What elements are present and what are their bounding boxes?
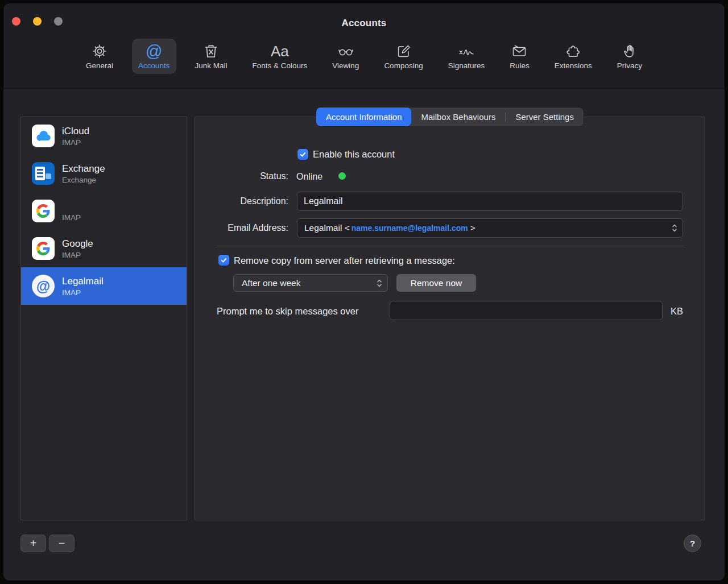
toolbar-label: Extensions bbox=[555, 61, 592, 70]
toolbar-item-general[interactable]: General bbox=[80, 39, 119, 74]
tab-server-settings[interactable]: Server Settings bbox=[506, 107, 584, 126]
description-label: Description: bbox=[195, 196, 288, 206]
toolbar-label: Rules bbox=[510, 61, 530, 70]
toolbar-label: General bbox=[86, 61, 113, 70]
junk-bin-icon bbox=[204, 42, 218, 60]
puzzle-icon bbox=[566, 42, 581, 60]
toolbar: General @ Accounts Junk Mail Aa Fonts & … bbox=[3, 39, 725, 74]
account-row-icloud[interactable]: iCloud IMAP bbox=[21, 117, 187, 155]
email-display-name: Legalmail < bbox=[304, 223, 350, 233]
toolbar-item-fonts-colours[interactable]: Aa Fonts & Colours bbox=[246, 39, 314, 74]
remove-now-button[interactable]: Remove now bbox=[396, 274, 476, 292]
glasses-icon bbox=[337, 42, 354, 60]
remove-copy-label: Remove copy from server after retrieving… bbox=[234, 255, 455, 266]
status-label: Status: bbox=[195, 171, 288, 181]
email-address-label: Email Address: bbox=[195, 223, 288, 233]
toolbar-label: Junk Mail bbox=[195, 61, 228, 70]
toolbar-item-composing[interactable]: Composing bbox=[378, 39, 429, 74]
tab-account-information[interactable]: Account Information bbox=[316, 107, 411, 126]
toolbar-label: Composing bbox=[384, 61, 423, 70]
toolbar-item-junk-mail[interactable]: Junk Mail bbox=[189, 39, 234, 74]
compose-icon bbox=[396, 42, 411, 60]
account-protocol: Exchange bbox=[62, 175, 105, 185]
account-name: Legalmail bbox=[62, 275, 104, 288]
signature-icon bbox=[457, 42, 475, 60]
toolbar-item-signatures[interactable]: Signatures bbox=[442, 39, 491, 74]
account-row-legalmail[interactable]: @ Legalmail IMAP bbox=[21, 267, 187, 305]
account-protocol: IMAP bbox=[62, 213, 81, 222]
account-protocol: IMAP bbox=[62, 250, 93, 260]
icloud-icon bbox=[32, 125, 55, 147]
chevron-up-down-icon bbox=[376, 278, 383, 288]
accounts-list: iCloud IMAP Exchange Exchange bbox=[20, 117, 187, 520]
accounts-settings-window: Accounts General @ Accounts Junk Mail Aa bbox=[3, 3, 725, 581]
envelope-icon bbox=[511, 42, 527, 60]
enable-account-checkbox[interactable] bbox=[297, 149, 308, 160]
account-name: Google bbox=[62, 237, 93, 250]
account-protocol: IMAP bbox=[62, 138, 89, 147]
account-row-exchange[interactable]: Exchange Exchange bbox=[21, 155, 187, 192]
toolbar-label: Viewing bbox=[332, 61, 359, 70]
window-title: Accounts bbox=[3, 18, 725, 29]
prompt-skip-label: Prompt me to skip messages over bbox=[217, 305, 358, 317]
tab-mailbox-behaviours[interactable]: Mailbox Behaviours bbox=[411, 107, 505, 126]
content-area: iCloud IMAP Exchange Exchange bbox=[3, 90, 725, 581]
email-address-link[interactable]: name.surname@legalmail.com bbox=[351, 223, 468, 233]
toolbar-item-rules[interactable]: Rules bbox=[503, 39, 536, 74]
toolbar-label: Accounts bbox=[138, 61, 170, 70]
toolbar-item-viewing[interactable]: Viewing bbox=[326, 39, 365, 74]
remove-schedule-value: After one week bbox=[242, 278, 300, 288]
remove-schedule-select[interactable]: After one week bbox=[233, 274, 388, 292]
account-name bbox=[62, 200, 81, 213]
add-account-button[interactable]: + bbox=[20, 535, 46, 552]
prompt-skip-input[interactable] bbox=[390, 301, 663, 320]
google-icon bbox=[32, 200, 55, 222]
account-row-google[interactable]: Google IMAP bbox=[21, 230, 187, 267]
remove-account-button[interactable]: − bbox=[49, 535, 75, 552]
gear-icon bbox=[92, 42, 107, 60]
enable-account-label: Enable this account bbox=[313, 148, 395, 160]
fonts-icon: Aa bbox=[271, 42, 289, 60]
remove-copy-checkbox[interactable] bbox=[218, 255, 229, 266]
help-button[interactable]: ? bbox=[684, 535, 701, 552]
chevron-up-down-icon bbox=[671, 223, 678, 233]
account-name: iCloud bbox=[62, 125, 89, 138]
email-display-suffix: > bbox=[470, 223, 475, 233]
exchange-icon bbox=[32, 162, 55, 185]
account-protocol: IMAP bbox=[62, 288, 104, 297]
status-value: Online bbox=[296, 171, 322, 183]
account-name: Exchange bbox=[62, 162, 105, 175]
toolbar-item-accounts[interactable]: @ Accounts bbox=[132, 39, 176, 74]
toolbar-label: Signatures bbox=[448, 61, 485, 70]
tab-bar: Account Information Mailbox Behaviours S… bbox=[316, 107, 584, 126]
email-address-select[interactable]: Legalmail < name.surname@legalmail.com > bbox=[297, 218, 683, 238]
toolbar-item-privacy[interactable]: Privacy bbox=[611, 39, 648, 74]
at-circle-icon: @ bbox=[32, 275, 55, 297]
account-list-controls: + − bbox=[20, 535, 75, 552]
description-input[interactable] bbox=[297, 192, 683, 211]
hand-icon bbox=[622, 42, 637, 60]
at-icon: @ bbox=[146, 42, 162, 60]
titlebar: Accounts General @ Accounts Junk Mail Aa bbox=[3, 3, 725, 89]
account-detail-panel: Enable this account Status: Online Descr… bbox=[195, 117, 705, 520]
section-divider bbox=[217, 246, 684, 246]
toolbar-label: Fonts & Colours bbox=[253, 61, 308, 70]
google-icon bbox=[32, 237, 55, 260]
toolbar-item-extensions[interactable]: Extensions bbox=[548, 39, 598, 74]
prompt-skip-unit: KB bbox=[671, 305, 683, 317]
toolbar-label: Privacy bbox=[617, 61, 642, 70]
account-row-imap[interactable]: IMAP bbox=[21, 192, 187, 230]
status-online-indicator bbox=[338, 172, 346, 180]
